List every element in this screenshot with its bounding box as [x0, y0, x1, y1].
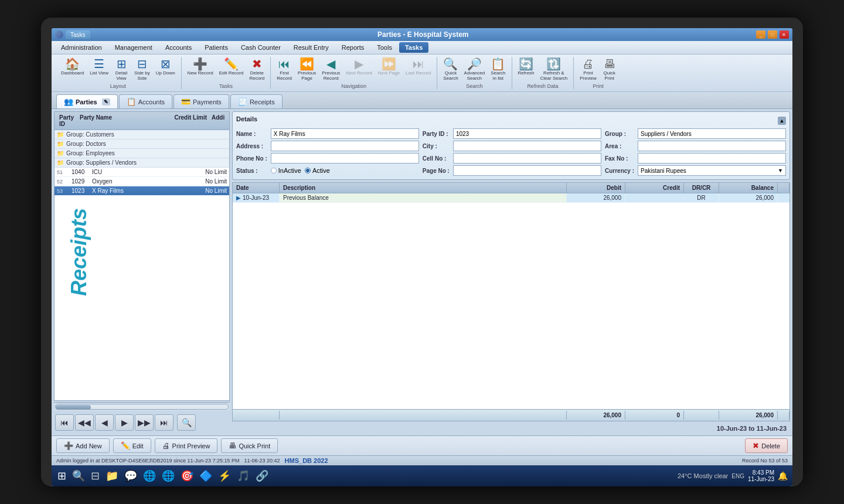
ledger-header: Date Description Debit Credit DR/CR Bala… [233, 183, 789, 193]
notifications-icon[interactable]: 🔔 [778, 471, 788, 481]
col-balance: Balance [719, 183, 778, 193]
refresh-btn[interactable]: 🔄 Refresh [516, 57, 537, 82]
menu-result-entry[interactable]: Result Entry [288, 42, 335, 53]
last-record-btn[interactable]: ⏭ Last Record [403, 57, 433, 82]
minimize-btn[interactable]: _ [756, 30, 765, 39]
fax-value [638, 153, 786, 164]
print-preview-bottom-btn[interactable]: 🖨 Print Preview [155, 438, 218, 453]
list-view-btn[interactable]: ☰ List View [87, 57, 111, 82]
quick-search-btn[interactable]: 🔍 QuickSearch [441, 57, 460, 82]
quick-print-bottom-icon: 🖶 [229, 441, 236, 450]
prev-nav-btn[interactable]: ◀ [95, 414, 114, 431]
led-drcr: DR [684, 193, 719, 202]
up-down-btn[interactable]: ⊠ Up Down [154, 57, 178, 82]
new-record-btn[interactable]: ➕ New Record [185, 57, 216, 82]
chrome-btn[interactable]: 🌐 [142, 468, 157, 483]
start-btn[interactable]: ⊞ [56, 468, 67, 483]
whatsapp-btn[interactable]: 💬 [123, 468, 138, 483]
group-customers: 📁 Group: Customers [55, 130, 229, 139]
quick-print-bottom-btn[interactable]: 🖶 Quick Print [221, 438, 278, 453]
next-nav-btn[interactable]: ▶ [115, 414, 134, 431]
search-taskbar[interactable]: 🔍 [71, 468, 86, 483]
currency-value[interactable]: Pakistani Rupees ▼ [638, 165, 786, 176]
print-preview-toolbar-btn[interactable]: 🖨 PrintPreview [577, 57, 598, 82]
detail-view-btn[interactable]: ⊞ DetailView [112, 57, 131, 82]
page-label: Page No : [423, 168, 450, 174]
quick-print-toolbar-btn[interactable]: 🖶 QuickPrint [600, 57, 619, 82]
previous-record-btn[interactable]: ◀ PreviousRecord [319, 57, 342, 82]
close-btn[interactable]: ✕ [780, 30, 789, 39]
last-record-icon: ⏭ [413, 58, 424, 70]
first-record-btn[interactable]: ⏮ FirstRecord [274, 57, 294, 82]
group-doctors: 📁 Group: Doctors [55, 139, 229, 149]
app3-btn[interactable]: ⚡ [217, 468, 232, 483]
files-btn[interactable]: 📁 [104, 468, 120, 483]
chrome2-btn[interactable]: 🌐 [161, 468, 176, 483]
party-row-53[interactable]: 53 1023 X Ray Films No Limit [55, 186, 229, 196]
name-value: X Ray Films [271, 128, 419, 139]
toolbar-print: 🖨 PrintPreview 🖶 QuickPrint Print [574, 57, 622, 89]
previous-page-icon: ⏪ [300, 58, 314, 70]
tasks-floating-tab[interactable]: Tasks [66, 30, 90, 39]
refresh-clear-icon: 🔃 [546, 58, 561, 70]
next-record-btn[interactable]: ▶ Next Record [343, 57, 374, 82]
delete-record-btn[interactable]: ✖ DeleteRecord [247, 57, 267, 82]
menu-administration[interactable]: Administration [55, 42, 108, 53]
app-icon [55, 30, 63, 39]
app4-btn[interactable]: 🎵 [236, 468, 251, 483]
city-label: City : [423, 143, 450, 149]
tab-receipts[interactable]: 🧾 Receipts [230, 94, 283, 108]
menu-tools[interactable]: Tools [371, 42, 398, 53]
toolbar-refresh: 🔄 Refresh 🔃 Refresh &Clear Search Refres… [512, 57, 574, 89]
search-nav-btn[interactable]: 🔍 [177, 414, 196, 431]
group-suppliers: 📁 Group: Suppliers / Vendors [55, 158, 229, 168]
toolbar-search: 🔍 QuickSearch 🔎 AdvancedSearch 📋 Searchi… [437, 57, 512, 89]
previous-page-btn[interactable]: ⏪ PreviousPage [295, 57, 318, 82]
delete-btn[interactable]: ✖ Delete [745, 438, 788, 453]
menu-accounts[interactable]: Accounts [159, 42, 198, 53]
tab-accounts[interactable]: 📋 Accounts [119, 94, 172, 108]
taskbar-weather: 24°C Mostly clear [678, 472, 728, 479]
menu-cash-counter[interactable]: Cash Counter [235, 42, 287, 53]
payments-tab-icon: 💳 [181, 97, 190, 106]
dashboard-btn[interactable]: 🏠 Dashboard [59, 57, 86, 82]
prev-page-nav-btn[interactable]: ◀◀ [75, 414, 94, 431]
bottom-bar: ➕ Add New ✏️ Edit 🖨 Print Preview 🖶 Quic… [52, 435, 792, 455]
led-debit: 26,000 [567, 193, 625, 202]
party-row-52[interactable]: 52 1029 Oxygen No Limit [55, 177, 229, 186]
group-expand-icon-4: 📁 [57, 159, 64, 166]
next-page-nav-btn[interactable]: ▶▶ [135, 414, 154, 431]
details-collapse-btn[interactable]: ▲ [778, 117, 786, 125]
app5-btn[interactable]: 🔗 [254, 468, 270, 483]
menu-tasks[interactable]: Tasks [399, 42, 428, 53]
app2-btn[interactable]: 🔷 [198, 468, 213, 483]
taskview-btn[interactable]: ⊟ [90, 468, 101, 483]
first-nav-btn[interactable]: ⏮ [55, 414, 74, 431]
app1-btn[interactable]: 🎯 [179, 468, 195, 483]
col-drcr: DR/CR [684, 183, 719, 193]
last-nav-btn[interactable]: ⏭ [155, 414, 173, 431]
next-page-btn[interactable]: ⏩ Next Page [376, 57, 402, 82]
delete-icon: ✖ [753, 441, 759, 450]
party-row-51[interactable]: 51 1040 ICU No Limit [55, 168, 229, 177]
edit-btn[interactable]: ✏️ Edit [113, 438, 151, 453]
tab-parties[interactable]: 👥 Parties ✎ [56, 94, 118, 108]
add-new-btn[interactable]: ➕ Add New [56, 438, 110, 453]
refresh-clear-btn[interactable]: 🔃 Refresh &Clear Search [538, 57, 570, 82]
maximize-btn[interactable]: □ [768, 30, 777, 39]
inactive-radio[interactable]: InActive [271, 167, 301, 174]
edit-record-btn[interactable]: ✏️ Edit Record [217, 57, 246, 82]
tab-payments[interactable]: 💳 Payments [173, 94, 229, 108]
inactive-radio-btn[interactable] [271, 168, 277, 173]
search-in-list-btn[interactable]: 📋 Searchin list [488, 57, 508, 82]
advanced-search-btn[interactable]: 🔎 AdvancedSearch [462, 57, 488, 82]
ledger-row-1[interactable]: ▶ 10-Jun-23 Previous Balance 26,000 DR 2… [233, 193, 789, 203]
active-radio-btn[interactable] [305, 168, 311, 173]
scroll-thumb[interactable] [56, 405, 91, 410]
side-by-side-btn[interactable]: ⊟ Side bySide [132, 57, 152, 82]
menu-patients[interactable]: Patients [199, 42, 234, 53]
active-radio[interactable]: Active [305, 167, 330, 174]
menu-management[interactable]: Management [109, 42, 158, 53]
menu-reports[interactable]: Reports [336, 42, 370, 53]
page-value [453, 165, 601, 176]
